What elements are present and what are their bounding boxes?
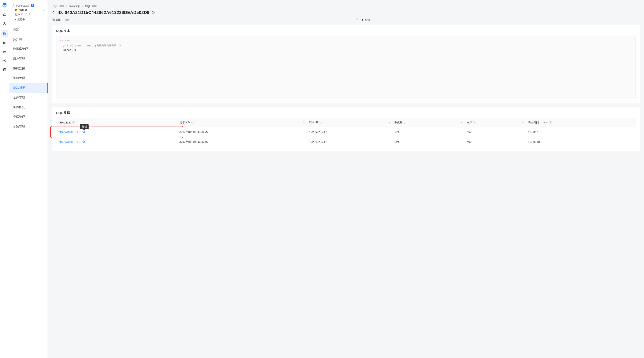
sidebar-item-6[interactable]: SQL 诊断	[9, 83, 48, 93]
user-cell: root	[464, 137, 526, 147]
resp-time-cell: 10,006.34	[526, 137, 636, 147]
svg-point-9	[5, 60, 6, 60]
info-icon: ⓘ	[404, 121, 406, 124]
db-label: 数据库	[52, 18, 64, 22]
sql-text-card: SQL 文本 select /*+ ob_querytimeout(100000…	[52, 25, 640, 103]
filter-icon[interactable]: ▾	[522, 121, 524, 124]
db-value: test	[65, 18, 69, 22]
cluster-name[interactable]: obcluster:3	[16, 4, 30, 7]
sql-text-heading: SQL 文本	[56, 29, 636, 33]
req-time-cell: 2023年8月4日 11:32:03	[178, 137, 307, 147]
home-icon[interactable]	[2, 12, 7, 17]
svg-point-12	[4, 69, 4, 69]
svg-point-14	[13, 4, 14, 5]
col-trace-id[interactable]: TRACE IDⓘ	[56, 118, 178, 127]
info-icon: ⓘ	[473, 121, 476, 124]
folder-icon[interactable]	[2, 49, 7, 54]
col-user[interactable]: 用户ⓘ▾	[464, 118, 526, 127]
back-button[interactable]	[52, 10, 56, 15]
db-cell: test	[392, 127, 464, 137]
share-icon[interactable]	[2, 58, 7, 63]
tenant-id: 租户 ID: 1012	[15, 13, 45, 16]
sidebar-item-8[interactable]: 备份恢复	[9, 102, 48, 112]
tenant-status: 运行中	[15, 18, 45, 21]
sql-sample-card: SQL 采样 TRACE IDⓘ 请求时间ⓘ⇅ 请求 IPⓘ▾ 数据库ⓘ▾ 用户…	[52, 107, 640, 151]
sidebar: obcluster:3 主 obtest ⌄ 租户 ID: 1012 运行中 总…	[9, 0, 48, 358]
face-icon[interactable]	[2, 67, 7, 72]
breadcrumb: SQL 诊断 / SlowSQL / SQL 详情	[52, 2, 640, 10]
sidebar-item-4[interactable]: 性能监控	[9, 64, 48, 73]
trace-id-link[interactable]: YB42AC18FF11...	[56, 127, 178, 137]
svg-rect-3	[4, 32, 4, 33]
cluster-info: obcluster:3 主 obtest ⌄ 租户 ID: 1012 运行中	[9, 2, 48, 22]
col-resp-time[interactable]: 响应时间（ms）ⓘ	[526, 118, 636, 127]
sidebar-item-7[interactable]: 合并管理	[9, 93, 48, 102]
svg-rect-17	[15, 9, 16, 10]
info-icon: ⓘ	[549, 121, 552, 124]
chevron-down-icon[interactable]: ⌄	[43, 8, 45, 12]
svg-point-0	[4, 22, 5, 22]
sort-icon[interactable]: ⇅	[302, 121, 305, 124]
sidebar-item-0[interactable]: 总览	[9, 25, 48, 34]
tenant-icon	[15, 9, 17, 11]
sidebar-item-3[interactable]: 用户管理	[9, 54, 48, 64]
svg-point-8	[4, 61, 4, 61]
sql-text-box[interactable]: select /*+ ob_querytimeout(10000000000) …	[56, 36, 636, 99]
user-value: root	[365, 18, 370, 22]
info-icon: ⓘ	[191, 121, 194, 124]
main-content: SQL 诊断 / SlowSQL / SQL 详情 ID: 040A21D15C…	[48, 0, 644, 358]
breadcrumb-current: SQL 详情	[85, 4, 97, 7]
list-icon[interactable]	[2, 40, 7, 46]
col-db[interactable]: 数据库ⓘ▾	[392, 118, 464, 127]
copy-tooltip: 复制	[80, 124, 88, 129]
svg-rect-6	[5, 33, 6, 34]
topology-icon[interactable]	[2, 21, 7, 26]
svg-point-13	[5, 69, 5, 69]
breadcrumb-slowsql[interactable]: SlowSQL	[69, 4, 80, 7]
info-icon: ⓘ	[72, 121, 75, 124]
cluster-icon	[12, 4, 15, 7]
filter-icon[interactable]: ▾	[389, 121, 390, 124]
svg-rect-4	[5, 32, 6, 33]
sidebar-item-2[interactable]: 数据库管理	[9, 44, 48, 54]
app-logo	[2, 2, 8, 8]
user-cell: root	[464, 127, 526, 137]
user-label: 用户	[356, 18, 364, 22]
svg-rect-23	[83, 141, 84, 143]
col-req-time[interactable]: 请求时间ⓘ⇅	[178, 118, 307, 127]
refresh-button[interactable]	[152, 10, 155, 14]
req-ip-cell: 172.24.255.17	[307, 127, 392, 137]
svg-rect-18	[16, 9, 17, 10]
db-cell: test	[392, 137, 464, 147]
tenant-name[interactable]: obtest	[18, 8, 27, 12]
sidebar-item-1[interactable]: 拓扑图	[9, 34, 48, 44]
svg-point-10	[5, 61, 6, 62]
req-time-cell: 2023年8月4日 11:36:27	[178, 127, 307, 137]
status-dot	[15, 19, 16, 20]
col-req-ip[interactable]: 请求 IPⓘ▾	[307, 118, 392, 127]
filter-icon[interactable]: ▾	[461, 121, 462, 124]
svg-rect-24	[83, 141, 84, 142]
info-icon: ⓘ	[319, 121, 322, 124]
grid-icon[interactable]	[1, 29, 8, 37]
sidebar-item-10[interactable]: 参数管理	[9, 122, 48, 132]
resp-time-cell: 10,006.15	[526, 127, 636, 137]
copy-icon[interactable]	[82, 140, 85, 144]
icon-rail	[0, 0, 9, 358]
sidebar-item-9[interactable]: 会话管理	[9, 112, 48, 122]
table-row: YB42AC18FF11... 2023年8月4日 11:36:27172.24…	[56, 127, 636, 137]
sql-sample-heading: SQL 采样	[56, 111, 636, 115]
trace-id-link[interactable]: YB42AC18FF11...	[56, 137, 178, 147]
table-row: YB42AC18FF11... 2023年8月4日 11:32:03172.24…	[56, 137, 636, 147]
svg-rect-20	[16, 10, 17, 11]
svg-rect-11	[4, 69, 6, 71]
primary-badge: 主	[31, 4, 34, 7]
nav-items: 总览拓扑图数据库管理用户管理性能监控资源管理SQL 诊断合并管理备份恢复会话管理…	[9, 25, 48, 132]
sidebar-item-5[interactable]: 资源管理	[9, 73, 48, 83]
svg-rect-5	[4, 33, 4, 34]
breadcrumb-sql-diag[interactable]: SQL 诊断	[52, 4, 64, 7]
svg-rect-19	[15, 10, 16, 11]
page-title: ID: 040A21D15C442062A613228DEAD502D9	[58, 10, 150, 15]
req-ip-cell: 172.24.255.17	[307, 137, 392, 147]
